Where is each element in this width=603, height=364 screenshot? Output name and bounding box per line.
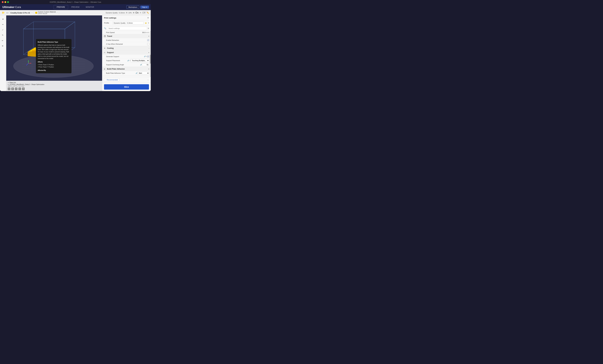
travel-group-title: Travel [107, 35, 148, 37]
cooling-chevron-icon: ‹ [149, 47, 149, 49]
tooltip-box: Build Plate Adhesion Type Different opti… [36, 39, 71, 73]
panel-header: Print settings ✕ [102, 15, 151, 20]
build-plate-icon: ⊕ [104, 68, 106, 70]
sidebar-icon-rotate[interactable]: ↻ [1, 33, 5, 37]
main-layout: ⇔ ⤢ ↻ ⇌ ⊞ [0, 15, 151, 91]
printer-section: 📁 ▭ Creality Ender-3 Pro #2 ⌃ [2, 11, 33, 14]
printer-info[interactable]: Creality Ender-3 Pro #2 ⌃ [10, 11, 33, 14]
build-plate-type-label: Build Plate Adhesion Type [106, 72, 136, 74]
support-placement-reset-icon[interactable]: ↺ [129, 60, 131, 61]
support-chevron-icon: ▾ [148, 52, 149, 54]
sidebar-icon-support[interactable]: ⊞ [1, 43, 5, 48]
obj-action-arrange[interactable]: ⊞ [11, 88, 14, 90]
profile-dropdown-icon[interactable]: ▾ [148, 22, 149, 24]
support-group-header[interactable]: ⊓ Support ▾ [102, 50, 151, 55]
recommended-row: ‹ Recommended ··· [102, 77, 151, 83]
cooling-group-header[interactable]: ❄ Cooling ‹ [102, 46, 151, 50]
search-icon: 🔍 [104, 27, 106, 29]
signin-button[interactable]: Sign in [140, 6, 149, 9]
profile-star-icon[interactable]: ★ [145, 22, 147, 24]
material-section[interactable]: Custom Custom Material 0.4mm Nozzle ⌃ [35, 11, 58, 14]
generate-support-row: Generate Support 🔗 ↺ ✓ [102, 55, 151, 58]
recommended-chevron-icon: ‹ [106, 79, 106, 81]
off-toggle[interactable]: Off [142, 11, 145, 14]
marketplace-button[interactable]: Marketplace [127, 5, 139, 9]
generate-support-checkbox[interactable]: ✓ [147, 56, 149, 57]
svg-text:⇔: ⇔ [2, 23, 4, 25]
sidebar-icon-scale[interactable]: ⤢ [1, 27, 5, 32]
obj-action-delete[interactable]: ✕ [15, 88, 18, 90]
support-placement-select[interactable]: Touching Buildpla... [131, 59, 149, 62]
header-right: Marketplace Sign in [127, 5, 149, 9]
z-hop-checkbox[interactable] [147, 43, 149, 45]
travel-icon [104, 35, 106, 37]
object-name: ✏ CE3PRO_MeshBody1_Study 2 - Shape Optim… [8, 84, 101, 85]
enable-retraction-row: Enable Retraction ✓ [102, 38, 151, 42]
search-input[interactable] [107, 27, 147, 30]
profile-label: Profile [104, 22, 111, 24]
recommended-button[interactable]: ‹ Recommended [104, 78, 119, 81]
app-header: Ultimaker Cura PREPARE PREVIEW MONITOR M… [0, 4, 151, 10]
nav-monitor[interactable]: MONITOR [83, 5, 97, 9]
cooling-icon: ❄ [104, 47, 106, 49]
travel-group-header[interactable]: Travel ▾ [102, 34, 151, 38]
nav-preview[interactable]: PREVIEW [68, 5, 82, 9]
generate-support-reset-icon[interactable]: ↺ [146, 56, 147, 57]
nozzle-size: 0.4mm Nozzle [38, 13, 56, 14]
sidebar-icon-move[interactable]: ⇔ [1, 22, 5, 27]
scrollbar-thumb[interactable] [150, 55, 151, 64]
object-actions: ⧉ ⊞ ✕ ⎘ ⚙ [8, 88, 101, 90]
tooltip-affect-1: • Prime Tower X Position [38, 64, 70, 66]
settings-menu-icon[interactable]: ≡ [148, 27, 149, 30]
support-placement-link-icon[interactable]: 🔗 [127, 60, 129, 61]
enable-retraction-checkbox[interactable]: ✓ [147, 39, 149, 41]
obj-action-copy[interactable]: ⎘ [18, 88, 21, 90]
toolbar: 📁 ▭ Creality Ender-3 Pro #2 ⌃ Custom Cus… [0, 10, 151, 15]
search-row: 🔍 ≡ [102, 26, 151, 31]
more-options-icon[interactable]: ··· [147, 79, 149, 81]
support-overhang-link-icon[interactable]: 🔗 [140, 64, 142, 66]
object-list-panel: ∧ Object list ✏ CE3PRO_MeshBody1_Study 2… [6, 81, 102, 91]
tooltip-affects-label: Affects [38, 61, 70, 63]
object-dimensions: 189.5 x 197.2 x 71.3 mm [8, 85, 101, 87]
profile-select[interactable]: Dynamic Quality · 0.16mm [113, 22, 144, 24]
main-nav: PREPARE PREVIEW MONITOR [54, 5, 97, 9]
print-settings-panel: Print settings ✕ Profile Dynamic Quality… [102, 15, 151, 91]
cooling-group: ❄ Cooling ‹ [102, 46, 151, 50]
print-speed-row: Print Speed 30.0 mm/s [102, 31, 151, 34]
sidebar-icon-select[interactable] [1, 17, 5, 21]
enable-retraction-label: Enable Retraction [106, 39, 147, 41]
build-plate-type-select[interactable]: Skirt [137, 72, 149, 75]
svg-text:⇌: ⇌ [2, 40, 3, 41]
panel-title: Print settings [104, 17, 116, 19]
build-plate-group-header[interactable]: ⊕ Build Plate Adhesion ▾ [102, 67, 151, 71]
support-overhang-input[interactable] [142, 63, 149, 66]
slice-button[interactable]: Slice [104, 84, 149, 90]
left-sidebar: ⇔ ⤢ ↻ ⇌ ⊞ [0, 15, 6, 91]
maximize-button[interactable] [7, 1, 9, 3]
obj-action-settings[interactable]: ⚙ [22, 88, 25, 90]
traffic-lights [2, 1, 9, 3]
print-speed-unit: mm/s [146, 32, 149, 33]
infill-pct: 10% [128, 12, 132, 14]
minimize-button[interactable] [4, 1, 6, 3]
support-placement-label: Support Placement [106, 60, 127, 61]
build-plate-link-icon[interactable]: 🔗 [136, 72, 137, 74]
sidebar-icon-mirror[interactable]: ⇌ [1, 38, 5, 43]
panel-close-icon[interactable]: ✕ [147, 17, 149, 19]
generate-support-link-icon[interactable]: 🔗 [144, 56, 146, 57]
viewport[interactable]: Build Plate Adhesion Type Different opti… [6, 15, 102, 91]
quality-label: Dynamic Quality · 0.16mm [106, 12, 125, 14]
tooltip-affected-by: Affected By [38, 69, 70, 71]
obj-action-duplicate[interactable]: ⧉ [8, 88, 10, 90]
close-button[interactable] [2, 1, 4, 3]
svg-text:⤢: ⤢ [2, 29, 3, 31]
edit-icon[interactable]: ✏️ [147, 11, 149, 14]
settings-scrollbar[interactable] [150, 31, 151, 77]
build-plate-chevron-icon: ▾ [148, 68, 149, 70]
support-group-title: Support [107, 51, 148, 54]
nav-prepare[interactable]: PREPARE [54, 5, 68, 9]
on-toggle[interactable]: On [136, 11, 139, 14]
svg-text:⊕: ⊕ [104, 68, 105, 70]
build-plate-type-row: Build Plate Adhesion Type 🔗 Skirt [102, 71, 151, 75]
